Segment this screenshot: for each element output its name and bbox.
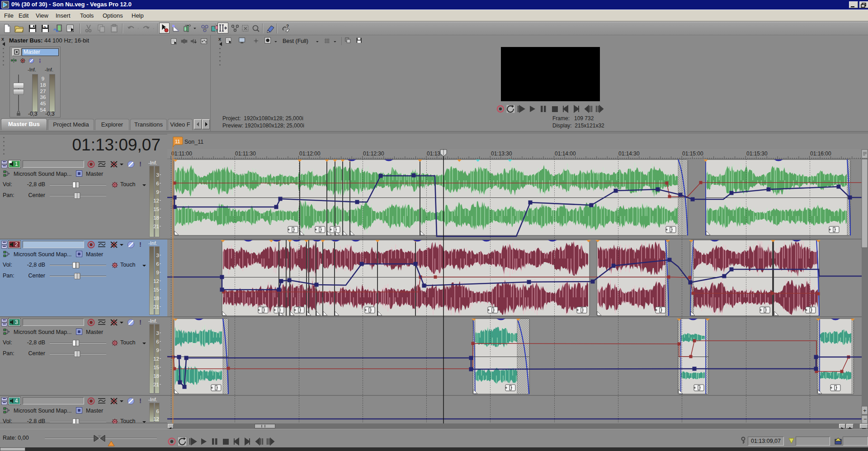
svg-text:01:12:30: 01:12:30 [363,150,384,157]
svg-text:01:13:30: 01:13:30 [491,150,512,157]
svg-text:+: + [863,407,867,414]
svg-text:01:11:00: 01:11:00 [171,150,192,157]
svg-text:−: − [863,416,867,423]
svg-text:01:11:30: 01:11:30 [235,150,256,157]
svg-text:01:15:00: 01:15:00 [682,150,703,157]
svg-text:01:15:30: 01:15:30 [746,150,768,157]
svg-text:01:14:30: 01:14:30 [618,150,640,157]
svg-text:11: 11 [175,139,180,144]
svg-text:01:12:00: 01:12:00 [299,150,321,157]
svg-text:Son_11: Son_11 [184,139,203,145]
svg-text:?: ? [286,24,289,29]
svg-text:?: ? [43,25,46,30]
svg-text:01:14:00: 01:14:00 [555,150,576,157]
svg-text:01:16:00: 01:16:00 [810,150,831,157]
